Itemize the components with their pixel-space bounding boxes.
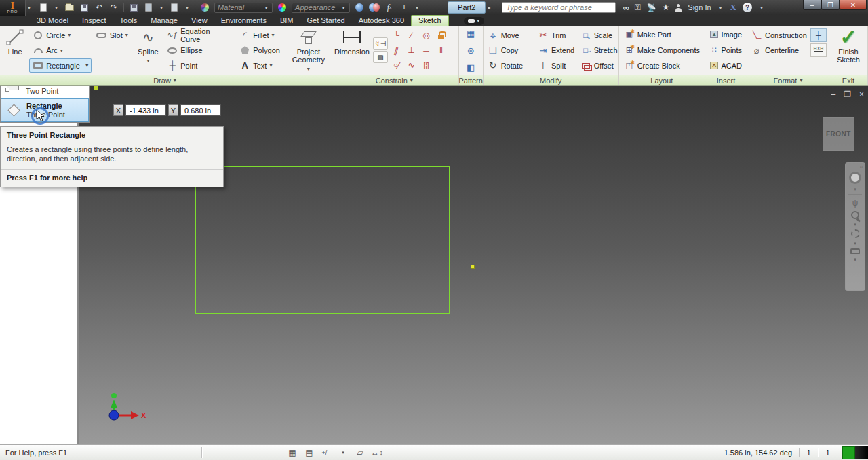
insert-acad-button[interactable]: AACAD (708, 58, 744, 73)
finish-sketch-button[interactable]: ✓ Finish Sketch (831, 26, 865, 74)
record-button[interactable]: ▾ (464, 17, 484, 25)
select-tool-button[interactable] (169, 2, 180, 13)
adjust-appearance-button[interactable] (354, 2, 365, 13)
panel-label-modify[interactable]: Modify (484, 75, 618, 85)
tab-tools[interactable]: Tools (113, 16, 144, 26)
grid-snap-toggle[interactable]: ▦ (287, 447, 298, 458)
slot-button[interactable]: Slot▾ (93, 28, 133, 42)
panel-label-pattern[interactable]: Pattern (459, 75, 483, 85)
create-block-button[interactable]: ◳✱Create Block (622, 58, 702, 73)
search-icon[interactable]: ∞ (623, 3, 628, 13)
doc-restore-button[interactable]: ❐ (844, 90, 851, 99)
spline-caret-icon[interactable]: ▾ (146, 57, 149, 65)
driven-dimension-toggle[interactable]: ┼ (810, 28, 827, 42)
tab-sketch[interactable]: Sketch (411, 15, 449, 26)
qat-customize-caret-icon[interactable]: ▾ (414, 5, 420, 11)
fillet-button[interactable]: ◜Fillet▾ (236, 28, 288, 42)
circular-pattern-button[interactable]: ⊛ (465, 45, 476, 56)
make-part-button[interactable]: ▣✱Make Part (622, 27, 702, 41)
rectangular-pattern-button[interactable]: ▦ (465, 28, 476, 39)
redo-button[interactable]: ↷ (108, 2, 119, 13)
favorites-star-icon[interactable]: ★ (663, 3, 670, 12)
restore-button[interactable]: ❐ (821, 0, 840, 10)
panel-label-insert[interactable]: Insert (705, 75, 747, 85)
zoom-caret-icon[interactable]: ▾ (854, 223, 856, 226)
application-menu-button[interactable]: I PRO (0, 0, 26, 16)
close-button[interactable]: ✕ (840, 0, 867, 10)
perpendicular-constraint-button[interactable]: ⊥ (404, 43, 418, 58)
dimension-button[interactable]: Dimension (332, 26, 372, 74)
navbar-menu-icon[interactable]: ▾ (854, 258, 856, 261)
copy-button[interactable]: ❏Copy (486, 43, 534, 58)
project-geometry-button[interactable]: Project Geometry ▾ (290, 26, 328, 74)
point-button[interactable]: ┼Point (163, 58, 235, 73)
symmetric-constraint-button[interactable]: [¦] (419, 58, 433, 73)
tab-environments[interactable]: Environments (214, 16, 273, 26)
slot-caret-icon[interactable]: ▾ (125, 32, 128, 38)
make-components-button[interactable]: ⊞✱Make Components (622, 43, 702, 57)
tab-inspect[interactable]: Inspect (75, 16, 113, 26)
update-button[interactable] (128, 2, 139, 13)
equation-curve-button[interactable]: ∿ƒEquation Curve (163, 28, 235, 42)
sketch-rectangle[interactable] (195, 166, 450, 314)
panel-label-constrain[interactable]: Constrain▾ (330, 75, 458, 85)
polygon-button[interactable]: Polygon (236, 43, 288, 58)
precise-input-toggle[interactable]: ↔↕ (372, 447, 382, 458)
smooth-constraint-button[interactable]: ∿ (404, 58, 418, 73)
parameters-fx-button[interactable]: fx (384, 2, 395, 13)
new-file-caret-icon[interactable]: ▾ (53, 5, 60, 11)
split-button[interactable]: -|-Split (536, 58, 577, 73)
orbit-icon[interactable] (851, 229, 860, 238)
clear-appearance-button[interactable] (369, 2, 380, 13)
pan-hand-icon[interactable]: ψ (852, 198, 859, 208)
rectangle-button[interactable]: Rectangle (29, 58, 83, 73)
orbit-caret-icon[interactable]: ▾ (854, 242, 856, 245)
select-tool-caret-icon[interactable]: ▾ (184, 5, 191, 11)
coincident-constraint-button[interactable]: └ (389, 28, 403, 43)
tangent-constraint-button[interactable]: ○∕ (389, 58, 403, 73)
equal-constraint-button[interactable]: = (434, 58, 448, 73)
origin-center-point[interactable] (471, 265, 475, 269)
tab-get-started[interactable]: Get Started (300, 16, 351, 26)
line-button[interactable]: Line (2, 26, 28, 74)
document-tab[interactable]: Part2 (448, 1, 486, 14)
navbar-close-icon[interactable]: ○ (860, 166, 863, 168)
mirror-button[interactable]: ◧ (465, 62, 476, 73)
tab-autodesk-360[interactable]: Autodesk 360 (352, 16, 411, 26)
dimension-caret-icon[interactable]: ▾ (338, 447, 349, 458)
auto-dimension-button[interactable]: ↯⊣ (373, 37, 388, 50)
parallel-constraint-button[interactable]: ∥ (387, 41, 405, 59)
look-at-icon[interactable] (850, 248, 860, 254)
vertical-constraint-button[interactable]: ‖ (434, 43, 448, 58)
move-button[interactable]: ↔↕Move (486, 28, 534, 42)
centerline-button[interactable]: ⌀Centerline (749, 43, 809, 58)
new-file-button[interactable] (38, 2, 49, 13)
sign-in-person-icon[interactable] (675, 4, 682, 12)
image-capture-button[interactable] (143, 2, 154, 13)
viewcube[interactable]: FRONT (823, 117, 854, 151)
open-file-button[interactable] (64, 2, 75, 13)
document-list-caret-icon[interactable]: ▸ (486, 5, 492, 11)
panel-label-draw[interactable]: Draw▾ (0, 75, 330, 85)
measure-button[interactable]: + (399, 2, 410, 13)
sign-in-caret-icon[interactable]: ▾ (717, 5, 724, 11)
constraint-settings-button[interactable]: ▤ (373, 51, 388, 63)
extend-button[interactable]: ⇥Extend (536, 43, 577, 58)
save-button[interactable] (79, 2, 90, 13)
spline-button[interactable]: ∿ Spline ▾ (134, 26, 162, 74)
exchange-apps-icon[interactable]: X (730, 2, 736, 13)
sign-in-label[interactable]: Sign In (688, 3, 711, 12)
search-input[interactable] (502, 2, 616, 13)
horizontal-constraint-button[interactable]: ═ (419, 43, 433, 58)
panel-label-layout[interactable]: Layout (619, 75, 705, 85)
coord-x-input[interactable]: -1.433 in (125, 104, 166, 116)
coord-y-input[interactable]: 0.680 in (180, 104, 221, 116)
doc-minimize-button[interactable]: – (831, 90, 836, 99)
dynamic-dimension-toggle[interactable]: +/‒ (321, 447, 332, 458)
collinear-constraint-button[interactable]: ∕ (404, 28, 418, 43)
trim-button[interactable]: ✂Trim (536, 28, 577, 42)
app-menu-caret-icon[interactable]: ▾ (26, 5, 33, 11)
fillet-caret-icon[interactable]: ▾ (271, 32, 274, 38)
construction-button[interactable]: ╲_Construction (749, 28, 809, 42)
tab-manage[interactable]: Manage (144, 16, 184, 26)
